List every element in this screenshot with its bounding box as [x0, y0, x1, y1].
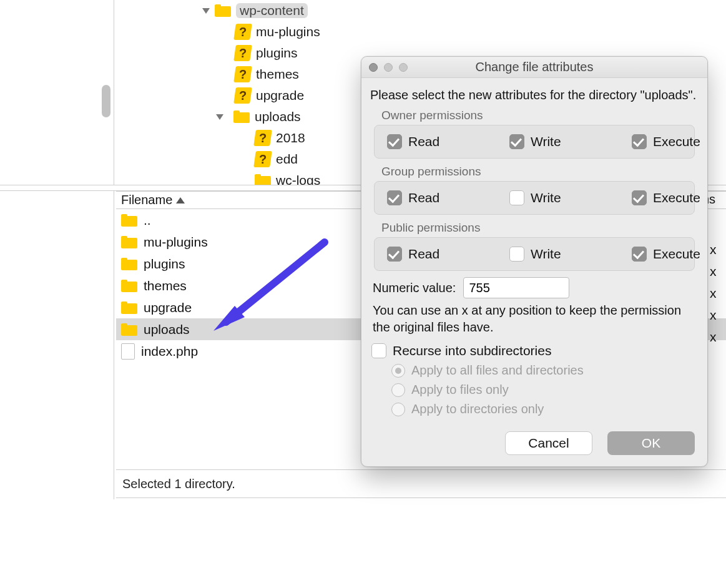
tree-label: wp-content — [236, 3, 308, 18]
chevron-down-icon — [202, 8, 210, 14]
dialog-title: Change file attributes — [361, 60, 707, 74]
list-row-label: plugins — [144, 257, 185, 272]
scrollbar-thumb[interactable] — [102, 85, 110, 117]
tree-item-mu-plugins[interactable]: mu-plugins — [116, 21, 726, 42]
owner-read-checkbox[interactable]: Read — [387, 134, 474, 149]
public-read-checkbox[interactable]: Read — [387, 247, 474, 262]
owner-permissions-box: Read Write Execute — [374, 125, 695, 159]
tree-label: uploads — [255, 109, 301, 124]
checkbox-checked-icon — [387, 134, 402, 149]
radio-selected-icon — [391, 364, 405, 378]
left-split-pane — [0, 0, 114, 499]
list-row-label: upgrade — [144, 300, 192, 315]
owner-execute-checkbox[interactable]: Execute — [632, 134, 708, 149]
status-bar: Selected 1 directory. — [116, 469, 726, 498]
dialog-titlebar[interactable]: Change file attributes — [361, 57, 707, 78]
owner-permissions-label: Owner permissions — [381, 109, 699, 122]
checkbox-checked-icon — [387, 247, 402, 262]
owner-write-checkbox[interactable]: Write — [509, 134, 597, 149]
tree-label: mu-plugins — [256, 24, 320, 39]
perm-cell-cut: x — [710, 308, 717, 323]
checkbox-unchecked-icon — [509, 247, 524, 262]
tree-label: wc-logs — [276, 173, 320, 185]
list-row-label: uploads — [144, 322, 190, 337]
numeric-hint: You can use an x at any position to keep… — [373, 302, 696, 336]
group-write-checkbox[interactable]: Write — [509, 190, 597, 205]
dialog-intro: Please select the new attributes for the… — [370, 87, 699, 104]
unknown-icon — [235, 66, 251, 82]
list-row-label: themes — [144, 278, 187, 293]
folder-icon — [121, 258, 137, 270]
column-header-label: Filename — [121, 193, 172, 207]
change-file-attributes-dialog: Change file attributes Please select the… — [361, 56, 708, 467]
checkbox-checked-icon — [632, 247, 647, 262]
group-read-checkbox[interactable]: Read — [387, 190, 474, 205]
tree-label: 2018 — [276, 130, 305, 145]
perm-cell-cut: x — [710, 330, 717, 345]
perm-cell-cut: x — [710, 286, 717, 301]
tree-label: plugins — [256, 46, 298, 61]
numeric-value-input[interactable] — [463, 277, 569, 298]
chevron-down-icon — [216, 114, 223, 120]
perm-cell-cut: x — [710, 242, 717, 257]
public-permissions-label: Public permissions — [381, 221, 699, 235]
radio-unselected-icon — [391, 383, 405, 397]
cancel-button[interactable]: Cancel — [505, 431, 592, 455]
group-permissions-label: Group permissions — [381, 165, 699, 179]
numeric-value-label: Numeric value: — [373, 281, 456, 295]
file-icon — [121, 343, 135, 360]
unknown-icon — [235, 87, 251, 104]
perm-cell-cut: x — [710, 264, 717, 279]
folder-icon — [121, 323, 137, 336]
checkbox-checked-icon — [509, 134, 524, 149]
status-text: Selected 1 directory. — [122, 477, 235, 491]
group-permissions-box: Read Write Execute — [374, 181, 695, 215]
public-execute-checkbox[interactable]: Execute — [632, 247, 708, 262]
folder-icon — [121, 280, 137, 292]
unknown-icon — [255, 130, 271, 146]
tree-label: themes — [256, 67, 299, 82]
list-row-label: .. — [144, 213, 151, 228]
unknown-icon — [255, 151, 271, 167]
folder-icon — [121, 214, 137, 227]
group-execute-checkbox[interactable]: Execute — [632, 190, 708, 205]
tree-item-wp-content[interactable]: wp-content — [116, 0, 726, 21]
tree-label: upgrade — [256, 88, 304, 103]
recurse-checkbox[interactable]: Recurse into subdirectories — [371, 343, 697, 358]
radio-apply-files: Apply to files only — [391, 383, 699, 397]
folder-icon — [255, 174, 271, 185]
folder-icon — [215, 4, 231, 17]
unknown-icon — [235, 24, 251, 40]
list-row-label: mu-plugins — [144, 235, 208, 250]
public-write-checkbox[interactable]: Write — [509, 247, 597, 262]
unknown-icon — [235, 45, 251, 61]
public-permissions-box: Read Write Execute — [374, 237, 695, 271]
checkbox-checked-icon — [632, 190, 647, 205]
radio-apply-dirs: Apply to directories only — [391, 402, 699, 416]
radio-unselected-icon — [391, 403, 405, 416]
tree-label: edd — [276, 152, 298, 167]
checkbox-checked-icon — [387, 190, 402, 205]
checkbox-unchecked-icon — [509, 190, 524, 205]
folder-icon — [121, 236, 137, 248]
radio-apply-all: Apply to all files and directories — [391, 363, 699, 378]
checkbox-unchecked-icon — [371, 343, 386, 358]
checkbox-checked-icon — [632, 134, 647, 149]
sort-ascending-icon — [176, 197, 185, 203]
folder-icon — [233, 110, 250, 123]
ok-button[interactable]: OK — [607, 431, 695, 455]
folder-icon — [121, 301, 137, 314]
list-row-label: index.php — [141, 344, 198, 359]
